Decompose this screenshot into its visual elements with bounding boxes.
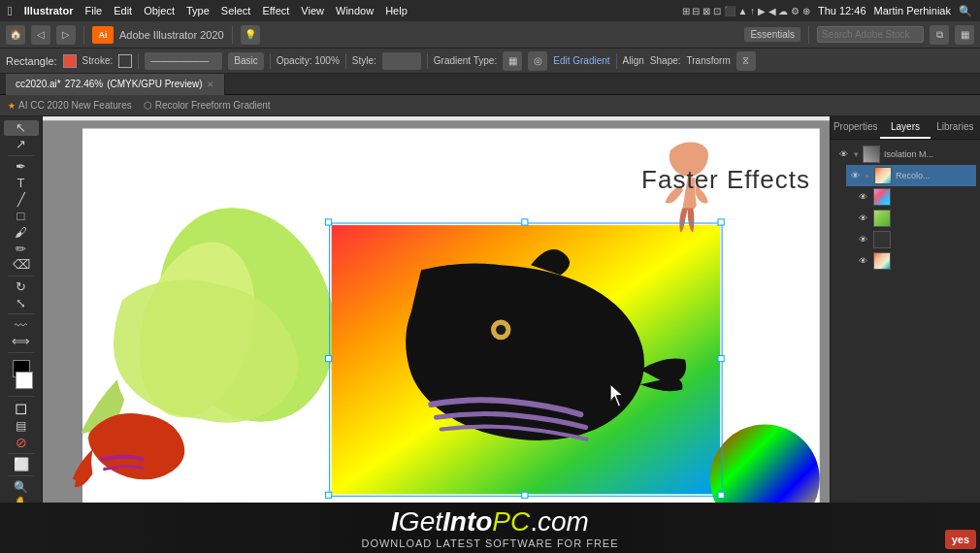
stroke-profile[interactable]: —————— <box>145 52 222 70</box>
visibility-icon-0[interactable]: 👁 <box>836 147 850 161</box>
visibility-icon-3[interactable]: 👁 <box>856 211 869 225</box>
fill-swatch[interactable] <box>63 54 77 68</box>
user-name: Martin Perhiniak <box>874 5 951 16</box>
pen-tool[interactable]: ✒ <box>4 159 39 175</box>
rectangle-tool[interactable]: □ <box>4 208 39 223</box>
tab-bar: cc2020.ai* 272.46% (CMYK/GPU Preview) ✕ <box>0 74 980 95</box>
arrange-icon[interactable]: ⧉ <box>930 25 949 45</box>
apple-menu-icon[interactable]:  <box>8 4 13 18</box>
basic-style[interactable]: Basic <box>228 52 263 70</box>
control-bar: Rectangle: Stroke: —————— Basic Opacity:… <box>0 49 980 74</box>
edit-menu[interactable]: Edit <box>114 5 132 16</box>
layer-row-recolor[interactable]: 👁 ▸ Recolo... <box>846 165 976 186</box>
document-tab[interactable]: cc2020.ai* 272.46% (CMYK/GPU Preview) ✕ <box>6 74 225 95</box>
gradient-radial-icon[interactable]: ◎ <box>528 51 547 71</box>
paintbrush-tool[interactable]: 🖌 <box>4 224 39 240</box>
watermark-dot: . <box>530 506 538 537</box>
tab-color-mode: (CMYK/GPU Preview) <box>107 79 202 89</box>
libraries-tab[interactable]: Libraries <box>931 116 980 139</box>
bulb-icon[interactable]: 💡 <box>241 25 260 45</box>
svg-rect-15 <box>326 356 332 362</box>
opacity-display: Opacity: 100% <box>277 55 340 66</box>
gradient-linear-icon[interactable]: ▦ <box>503 51 522 71</box>
search-icon-menubar[interactable]: 🔍 <box>959 5 972 17</box>
layer-row-2[interactable]: 👁 <box>854 186 976 208</box>
rectangle-label: Rectangle: <box>6 55 57 67</box>
expand-icon-0[interactable]: ▾ <box>854 149 859 159</box>
panels-icon[interactable]: ▦ <box>955 25 974 45</box>
visibility-icon-4[interactable]: 👁 <box>856 233 869 246</box>
layer-row-4[interactable]: 👁 <box>854 229 976 250</box>
svg-point-6 <box>496 325 506 335</box>
layer-thumb-3 <box>873 210 891 227</box>
left-tool-panel: ↖ ↗ ✒ T ╱ □ 🖌 ✏ ⌫ ↻ ⤡ 〰 ⟺ ◻ ▤ ⊘ ⬜ 🔍 ✋ ⬛ … <box>0 116 43 553</box>
select-menu[interactable]: Select <box>221 5 251 16</box>
view-menu[interactable]: View <box>301 5 324 16</box>
tab-close-button[interactable]: ✕ <box>207 80 214 89</box>
svg-rect-10 <box>522 219 528 225</box>
tab-filename: cc2020.ai* <box>16 79 61 89</box>
edit-gradient-button[interactable]: Edit Gradient <box>553 55 609 66</box>
watermark-logo: I Get Into PC . com <box>391 506 589 537</box>
main-layout: ↖ ↗ ✒ T ╱ □ 🖌 ✏ ⌫ ↻ ⤡ 〰 ⟺ ◻ ▤ ⊘ ⬜ 🔍 ✋ ⬛ … <box>0 116 980 553</box>
layer-row-3[interactable]: 👁 <box>854 208 976 229</box>
watermark-get: Get <box>399 506 442 537</box>
background-color[interactable] <box>16 372 33 389</box>
expand-icon-1[interactable]: ▸ <box>866 171 870 180</box>
rotate-tool[interactable]: ↻ <box>4 279 39 295</box>
right-panel: Properties Layers Libraries 👁 ▾ Isolatio… <box>830 116 980 553</box>
selection-tool[interactable]: ↖ <box>4 120 39 136</box>
zoom-tool[interactable]: 🔍 <box>4 479 39 495</box>
width-tool[interactable]: ⟺ <box>4 334 39 349</box>
type-menu[interactable]: Type <box>186 5 210 16</box>
watermark-overlay: I Get Into PC . com Download Latest Soft… <box>0 503 980 553</box>
warp-tool[interactable]: 〰 <box>4 317 39 333</box>
effect-menu[interactable]: Effect <box>262 5 289 16</box>
eraser-tool[interactable]: ⌫ <box>4 257 39 273</box>
pencil-tool[interactable]: ✏ <box>4 241 39 256</box>
window-menu[interactable]: Window <box>336 5 374 16</box>
sub-tab-label-2: Recolor Freeform Gradient <box>155 100 271 111</box>
search-input[interactable] <box>817 26 924 43</box>
style-swatch[interactable] <box>382 52 421 70</box>
watermark-into: Into <box>442 506 492 537</box>
svg-rect-16 <box>718 356 724 362</box>
sub-tab-new-features[interactable]: ★ AI CC 2020 New Features <box>8 100 132 111</box>
visibility-icon-5[interactable]: 👁 <box>856 254 869 268</box>
visibility-icon-1[interactable]: 👁 <box>848 169 862 182</box>
home-icon[interactable]: 🏠 <box>6 25 25 45</box>
object-menu[interactable]: Object <box>144 5 175 16</box>
file-menu[interactable]: File <box>84 5 102 16</box>
back-icon[interactable]: ◁ <box>31 25 50 45</box>
canvas-area[interactable]: Faster Effects Selection nd/Ctrl Cmd/Ctr… <box>43 116 830 553</box>
yes-badge: yes <box>945 530 976 549</box>
none-icon[interactable]: ⊘ <box>4 435 39 450</box>
direct-selection-tool[interactable]: ↗ <box>4 137 39 152</box>
app-title: Adobe Illustrator 2020 <box>119 29 224 41</box>
essentials-button[interactable]: Essentials <box>744 27 800 42</box>
gradient-tool[interactable]: ▤ <box>4 418 39 434</box>
forward-icon[interactable]: ▷ <box>56 25 76 45</box>
shape-label: Shape: <box>650 55 681 66</box>
app-name-menu[interactable]: Illustrator <box>24 5 74 16</box>
sub-tab-recolor[interactable]: ⬡ Recolor Freeform Gradient <box>144 100 271 111</box>
layers-tab[interactable]: Layers <box>880 116 930 139</box>
stroke-swatch[interactable] <box>118 54 132 68</box>
layer-thumb-5 <box>873 252 891 270</box>
visibility-icon-2[interactable]: 👁 <box>856 190 869 204</box>
tab-zoom: 272.46% <box>65 79 103 89</box>
transform-icon[interactable]: ⧖ <box>736 51 756 71</box>
layer-thumb-1 <box>874 167 892 184</box>
properties-tab[interactable]: Properties <box>831 116 880 139</box>
color-mode-icon[interactable]: ◻ <box>4 399 39 417</box>
help-menu[interactable]: Help <box>385 5 408 16</box>
change-screen-mode[interactable]: ⬜ <box>4 457 39 472</box>
system-icons: ⊞ ⊟ ⊠ ⊡ ⬛ ▲ ↑ ▶ ◀ ☁ ⚙ ⊕ <box>682 6 810 16</box>
type-tool[interactable]: T <box>4 175 39 190</box>
scale-tool[interactable]: ⤡ <box>4 296 39 311</box>
layer-row-5[interactable]: 👁 <box>854 250 976 272</box>
canvas-content: Faster Effects Selection nd/Ctrl Cmd/Ctr… <box>43 116 830 553</box>
stroke-label: Stroke: <box>82 55 114 66</box>
line-tool[interactable]: ╱ <box>4 191 39 207</box>
layer-row-isolation[interactable]: 👁 ▾ Isolation M... <box>834 144 976 165</box>
